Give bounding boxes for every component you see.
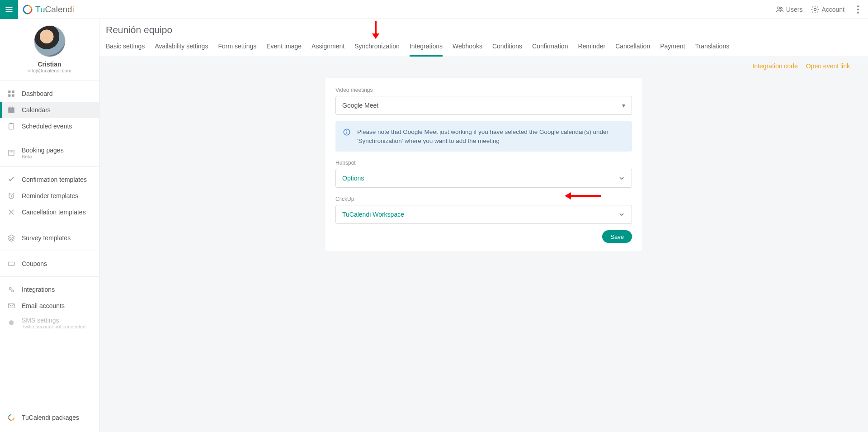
sidebar-item-label: Coupons: [22, 260, 47, 267]
sidebar-item-confirmation-templates[interactable]: Confirmation templates: [0, 171, 99, 188]
gear-icon: [811, 5, 820, 14]
sidebar-item-packages[interactable]: TuCalendi packages: [0, 409, 99, 426]
cancel-icon: [7, 208, 15, 216]
svg-point-0: [778, 7, 780, 9]
avatar[interactable]: [34, 25, 66, 57]
sidebar-item-coupons[interactable]: Coupons: [0, 256, 99, 272]
check-icon: [7, 176, 15, 184]
sidebar-item-dashboard[interactable]: Dashboard: [0, 85, 99, 102]
svg-point-17: [9, 288, 12, 290]
chevron-down-icon: [618, 211, 625, 218]
clipboard-icon: [7, 122, 15, 130]
user-email: info@tucalendi.com: [0, 68, 99, 73]
sidebar-item-label: Reminder templates: [22, 192, 78, 199]
sidebar-item-label: Calendars: [22, 106, 51, 114]
sidebar-item-sms[interactable]: SMS settings Twilio account not connecte…: [0, 314, 99, 332]
account-link[interactable]: Account: [811, 5, 844, 14]
page-title: Reunión equipo: [106, 24, 862, 35]
sidebar-item-cancellation-templates[interactable]: Cancellation templates: [0, 204, 99, 220]
sidebar-item-label: Booking pages: [22, 147, 64, 154]
logo-icon: [23, 5, 33, 14]
users-link[interactable]: Users: [775, 5, 803, 14]
chevron-down-icon: [618, 175, 625, 182]
svg-rect-8: [8, 108, 14, 109]
tab-confirmation[interactable]: Confirmation: [532, 39, 568, 57]
sidebar-item-label: Integrations: [22, 286, 55, 293]
logo[interactable]: TuCalendi: [23, 5, 74, 14]
select-value: TuCalendi Workspace: [342, 211, 404, 218]
annotation-arrow-right: [564, 191, 602, 200]
sidebar-item-integrations[interactable]: Integrations: [0, 281, 99, 298]
svg-point-2: [814, 8, 816, 10]
open-event-link[interactable]: Open event link: [806, 62, 850, 70]
calendar-icon: [7, 106, 15, 114]
logo-small-icon: [7, 413, 15, 422]
info-banner: Please note that Google Meet just workin…: [335, 121, 632, 152]
svg-rect-16: [8, 262, 14, 266]
sidebar-item-label: Email accounts: [22, 302, 65, 309]
caret-down-icon: ▾: [622, 102, 625, 109]
page-header: Reunión equipo Basic settingsAvailabilit…: [99, 19, 868, 57]
video-meetings-select[interactable]: Google Meet ▾: [335, 96, 632, 115]
sidebar-item-scheduled[interactable]: Scheduled events: [0, 118, 99, 134]
brand-text: TuCalendi: [35, 5, 74, 14]
svg-rect-3: [8, 90, 10, 93]
tab-form-settings[interactable]: Form settings: [218, 39, 256, 57]
gears-icon: [7, 285, 15, 294]
tab-reminder[interactable]: Reminder: [578, 39, 605, 57]
sidebar-item-label: Confirmation templates: [22, 176, 87, 183]
more-menu[interactable]: [853, 5, 863, 14]
sidebar-item-reminder-templates[interactable]: Reminder templates: [0, 188, 99, 204]
save-button[interactable]: Save: [602, 230, 632, 243]
svg-point-20: [9, 320, 14, 325]
sidebar-item-survey[interactable]: Survey templates: [0, 230, 99, 246]
integration-code-link[interactable]: Integration code: [752, 62, 797, 70]
layers-icon: [7, 234, 15, 242]
svg-rect-4: [12, 90, 14, 93]
select-value: Options: [342, 175, 364, 182]
profile-block: Cristian info@tucalendi.com: [0, 19, 99, 78]
sublinks: Integration code Open event link: [99, 57, 868, 70]
clickup-select[interactable]: TuCalendi Workspace: [335, 205, 632, 224]
svg-point-1: [780, 7, 782, 9]
tab-availability-settings[interactable]: Availability settings: [155, 39, 208, 57]
sidebar-item-label: Survey templates: [22, 234, 71, 242]
tab-conditions[interactable]: Conditions: [492, 39, 522, 57]
tab-translations[interactable]: Translations: [695, 39, 729, 57]
menu-button[interactable]: [0, 0, 18, 19]
svg-marker-30: [565, 192, 571, 199]
sidebar-item-booking[interactable]: Booking pages Beta: [0, 144, 99, 162]
svg-rect-12: [10, 123, 13, 124]
tab-integrations[interactable]: Integrations: [410, 39, 443, 57]
tab-assignment[interactable]: Assignment: [311, 39, 344, 57]
sidebar-item-label: TuCalendi packages: [22, 414, 79, 421]
info-icon: [343, 128, 351, 136]
hubspot-select[interactable]: Options: [335, 169, 632, 188]
annotation-arrow-down: [371, 20, 380, 40]
tab-cancellation[interactable]: Cancellation: [615, 39, 650, 57]
info-text: Please note that Google Meet just workin…: [357, 128, 625, 145]
tab-webhooks[interactable]: Webhooks: [453, 39, 482, 57]
svg-rect-13: [9, 150, 14, 156]
svg-marker-28: [372, 33, 379, 39]
sidebar-item-label: Dashboard: [22, 90, 53, 97]
users-label: Users: [786, 6, 803, 13]
tab-synchronization[interactable]: Synchronization: [354, 39, 400, 57]
tab-payment[interactable]: Payment: [660, 39, 685, 57]
account-label: Account: [821, 6, 844, 13]
sidebar-item-label: SMS settings: [22, 317, 59, 324]
page-icon: [7, 149, 15, 157]
svg-rect-10: [12, 107, 13, 108]
topbar: TuCalendi Users Account: [0, 0, 868, 19]
sidebar-item-email[interactable]: Email accounts: [0, 298, 99, 314]
mail-icon: [7, 302, 15, 310]
sidebar-item-sublabel: Beta: [22, 154, 64, 159]
main-area: Reunión equipo Basic settingsAvailabilit…: [99, 19, 868, 432]
chat-icon: [7, 319, 15, 327]
tab-event-image[interactable]: Event image: [266, 39, 302, 57]
svg-rect-9: [9, 107, 10, 108]
tab-basic-settings[interactable]: Basic settings: [106, 39, 145, 57]
sidebar-item-calendars[interactable]: Calendars: [0, 102, 99, 118]
users-icon: [775, 5, 784, 14]
svg-point-18: [12, 290, 14, 292]
